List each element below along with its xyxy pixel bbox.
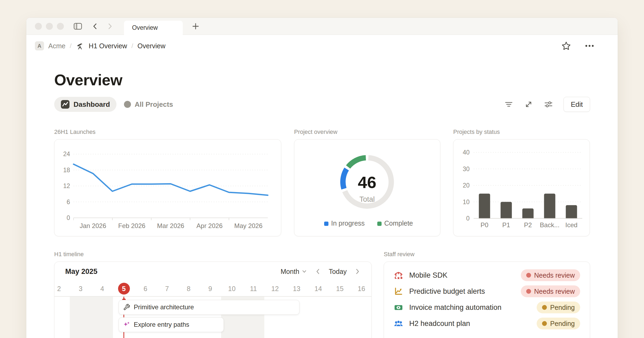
timeline-item[interactable]: Primitive architecture [119,300,299,315]
svg-text:Jan 2026: Jan 2026 [80,222,106,229]
staff-review-row[interactable]: Predictive budget alertsNeeds review [394,283,580,299]
new-tab-icon[interactable] [191,22,200,31]
timeline-day-11[interactable]: 11 [243,281,264,296]
status-label: Pending [550,320,575,328]
timeline-day-7[interactable]: 7 [156,281,178,296]
timeline-day-2[interactable]: 2 [54,281,70,296]
tab-dashboard[interactable]: Dashboard [54,97,116,112]
timeline-day-3[interactable]: 3 [70,281,92,296]
back-icon[interactable] [91,22,100,31]
timeline-item[interactable]: Explore entry paths [119,317,224,332]
status-dot [542,321,547,326]
timeline-today-button[interactable]: Today [329,268,347,275]
timeline-day-6[interactable]: 6 [135,281,156,296]
more-icon[interactable] [584,41,595,51]
svg-text:6: 6 [67,199,70,205]
svg-text:Total: Total [359,195,375,203]
timeline-prev-icon[interactable] [315,268,321,275]
svg-text:In progress: In progress [331,219,365,227]
staff-review-card: Mobile SDKNeeds reviewPredictive budget … [384,262,590,338]
svg-text:40: 40 [463,149,470,156]
timeline-dates-row: 2345678910111213141516 [54,281,371,296]
timeline-day-12[interactable]: 12 [264,281,286,296]
bar-chart-svg: 010203040P0P1P2Back...Iced [453,139,589,236]
page-content: Overview Dashboard All Projects [26,71,618,338]
timeline-day-5[interactable]: 5 [113,281,135,296]
staff-item-title: H2 headcount plan [409,319,470,328]
svg-text:Iced: Iced [565,221,577,229]
timeline-day-10[interactable]: 10 [221,281,243,296]
timeline-day-15[interactable]: 15 [329,281,351,296]
status-dot [542,305,547,310]
timeline-day-14[interactable]: 14 [308,281,329,296]
status-badge: Needs review [521,269,580,281]
section-label-launches: 26H1 Launches [54,128,281,135]
star-icon[interactable] [561,41,572,51]
window-controls [35,23,64,30]
edit-button[interactable]: Edit [564,97,590,112]
chart-increase-icon [394,286,403,296]
timeline-next-icon[interactable] [354,268,361,275]
svg-text:P2: P2 [524,221,532,229]
svg-text:May 2026: May 2026 [234,222,262,229]
filter-icon[interactable] [504,100,514,109]
timeline-view-label: Month [281,268,299,275]
close-window-button[interactable] [35,23,42,30]
tab-all-projects[interactable]: All Projects [124,100,173,109]
section-label-project-overview: Project overview [294,128,440,135]
forward-icon[interactable] [105,22,114,31]
svg-text:0: 0 [466,215,470,222]
projects-by-status-widget: Projects by status 010203040P0P1P2Back..… [453,128,590,236]
tab-overview[interactable]: Overview [124,21,183,35]
timeline-day-8[interactable]: 8 [178,281,199,296]
staff-review-row[interactable]: Mobile SDKNeeds review [394,267,580,283]
timeline-day-16[interactable]: 16 [351,281,372,296]
view-toolbar: Dashboard All Projects Edit [54,97,590,112]
tab-label: Overview [132,24,158,31]
svg-text:P1: P1 [502,221,510,229]
svg-text:Complete: Complete [384,219,413,227]
breadcrumb-parent-page[interactable]: H1 Overview [89,42,127,50]
zoom-window-button[interactable] [57,23,64,30]
donut-chart-svg: 46TotalIn progressComplete [294,139,440,236]
timeline-day-4[interactable]: 4 [92,281,113,296]
launches-line-chart: 06121824Jan 2026Feb 2026Mar 2026Apr 2026… [54,139,281,236]
svg-text:24: 24 [63,150,70,157]
staff-item-title: Invoice matching automation [409,303,502,312]
staff-review-row[interactable]: Invoice matching automationPending [394,299,580,315]
breadcrumb-separator: / [70,42,72,50]
status-dot [526,273,531,278]
status-label: Needs review [534,271,575,279]
line-chart-svg: 06121824Jan 2026Feb 2026Mar 2026Apr 2026… [54,139,281,236]
svg-text:Mar 2026: Mar 2026 [157,222,184,229]
svg-text:0: 0 [67,214,70,221]
expand-icon[interactable] [524,100,533,109]
svg-text:46: 46 [358,173,376,192]
staff-review-row[interactable]: H2 headcount planPending [394,315,580,332]
tab-dashboard-label: Dashboard [74,100,110,109]
launches-widget: 26H1 Launches 06121824Jan 2026Feb 2026Ma… [54,128,281,236]
carousel-icon [394,270,403,280]
sliders-icon[interactable] [544,100,553,109]
timeline-body: Primitive architectureExplore entry path… [54,297,371,338]
svg-text:18: 18 [63,167,70,174]
svg-text:10: 10 [463,199,470,205]
status-label: Needs review [534,288,575,295]
page-title: Overview [54,71,590,89]
people-icon [394,319,403,328]
staff-item-title: Mobile SDK [409,271,448,280]
chevron-down-icon [301,269,307,274]
workspace-avatar[interactable]: A [35,41,44,50]
minimize-window-button[interactable] [46,23,53,30]
section-label-timeline: H1 timeline [54,251,372,258]
timeline-view-select[interactable]: Month [281,268,307,275]
breadcrumb-current-page[interactable]: Overview [137,42,165,50]
svg-text:Feb 2026: Feb 2026 [118,222,145,229]
timeline-item-label: Primitive architecture [134,303,194,311]
timeline-item-label: Explore entry paths [134,321,189,328]
sidebar-toggle-icon[interactable] [73,21,83,31]
breadcrumb-workspace[interactable]: Acme [48,42,65,50]
timeline-day-9[interactable]: 9 [200,281,221,296]
status-label: Pending [550,304,575,311]
timeline-day-13[interactable]: 13 [286,281,308,296]
